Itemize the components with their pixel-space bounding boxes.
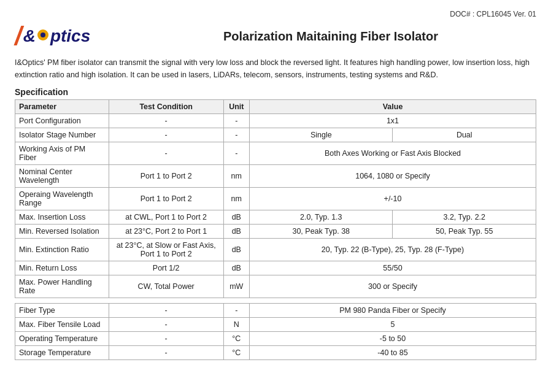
cell-param: Operaing Wavelength Range bbox=[15, 188, 109, 210]
cell-unit: nm bbox=[223, 165, 249, 188]
section-label: Specification bbox=[15, 87, 536, 97]
table-row: Working Axis of PM Fiber--Both Axes Work… bbox=[15, 142, 536, 165]
table-spacer-row bbox=[15, 298, 536, 304]
cell-test: - bbox=[109, 114, 223, 128]
cell-value-single: 30, Peak Typ. 38 bbox=[250, 225, 393, 239]
cell-value: Both Axes Working or Fast Axis Blocked bbox=[250, 142, 536, 165]
cell-test: - bbox=[109, 142, 223, 165]
logo: / & ptics bbox=[15, 23, 125, 49]
header-parameter: Parameter bbox=[15, 100, 109, 114]
cell-param: Operating Temperature bbox=[15, 332, 109, 346]
logo-circle-icon bbox=[37, 29, 48, 40]
cell-unit: dB bbox=[223, 210, 249, 225]
cell-value: -40 to 85 bbox=[250, 346, 536, 360]
cell-test: Port 1/2 bbox=[109, 261, 223, 275]
cell-param: Port Configuration bbox=[15, 114, 109, 128]
cell-unit: - bbox=[223, 128, 249, 142]
cell-test: - bbox=[109, 128, 223, 142]
spec-table: Parameter Test Condition Unit Value Port… bbox=[15, 99, 536, 360]
cell-test: CW, Total Power bbox=[109, 275, 223, 298]
table-row: Min. Reversed Isolationat 23°C, Port 2 t… bbox=[15, 225, 536, 239]
table-row: Min. Extinction Ratioat 23°C, at Slow or… bbox=[15, 239, 536, 261]
cell-unit: - bbox=[223, 142, 249, 165]
cell-value: 20, Typ. 22 (B-Type), 25, Typ. 28 (F-Typ… bbox=[250, 239, 536, 261]
logo-amp: & bbox=[23, 26, 36, 46]
cell-test: - bbox=[109, 332, 223, 346]
cell-param: Max. Insertion Loss bbox=[15, 210, 109, 225]
cell-value-dual: Dual bbox=[393, 128, 536, 142]
cell-unit: dB bbox=[223, 261, 249, 275]
header-area: / & ptics Polarization Maitaining Fiber … bbox=[15, 23, 536, 49]
cell-value: PM 980 Panda Fiber or Specify bbox=[250, 304, 536, 318]
cell-param: Working Axis of PM Fiber bbox=[15, 142, 109, 165]
cell-value: 55/50 bbox=[250, 261, 536, 275]
cell-value: -5 to 50 bbox=[250, 332, 536, 346]
cell-value-single: Single bbox=[250, 128, 393, 142]
cell-value: +/-10 bbox=[250, 188, 536, 210]
cell-unit: dB bbox=[223, 225, 249, 239]
header-value: Value bbox=[250, 100, 536, 114]
cell-unit: nm bbox=[223, 188, 249, 210]
cell-param: Nominal Center Wavelength bbox=[15, 165, 109, 188]
cell-test: at CWL, Port 1 to Port 2 bbox=[109, 210, 223, 225]
table-row: Port Configuration--1x1 bbox=[15, 114, 536, 128]
cell-value-dual: 50, Peak Typ. 55 bbox=[393, 225, 536, 239]
logo-slash: / bbox=[15, 23, 22, 49]
cell-unit: N bbox=[223, 318, 249, 332]
cell-value: 1064, 1080 or Specify bbox=[250, 165, 536, 188]
product-description: I&Optics' PM fiber isolator can transmit… bbox=[15, 56, 536, 81]
cell-param: Min. Reversed Isolation bbox=[15, 225, 109, 239]
cell-unit: °C bbox=[223, 346, 249, 360]
header-test-condition: Test Condition bbox=[109, 100, 223, 114]
table-row: Isolator Stage Number--SingleDual bbox=[15, 128, 536, 142]
page-title: Polarization Maitaining Fiber Isolator bbox=[223, 29, 438, 43]
cell-param: Storage Temperature bbox=[15, 346, 109, 360]
table-row: Min. Return LossPort 1/2dB55/50 bbox=[15, 261, 536, 275]
cell-param: Min. Extinction Ratio bbox=[15, 239, 109, 261]
table-row: Fiber Type--PM 980 Panda Fiber or Specif… bbox=[15, 304, 536, 318]
cell-param: Max. Power Handling Rate bbox=[15, 275, 109, 298]
cell-unit: - bbox=[223, 304, 249, 318]
doc-reference: DOC# : CPL16045 Ver. 01 bbox=[15, 10, 536, 18]
cell-value: 5 bbox=[250, 318, 536, 332]
cell-test: - bbox=[109, 304, 223, 318]
cell-value: 1x1 bbox=[250, 114, 536, 128]
cell-value-single: 2.0, Typ. 1.3 bbox=[250, 210, 393, 225]
cell-test: at 23°C, Port 2 to Port 1 bbox=[109, 225, 223, 239]
table-row: Operaing Wavelength RangePort 1 to Port … bbox=[15, 188, 536, 210]
table-row: Max. Fiber Tensile Load-N5 bbox=[15, 318, 536, 332]
cell-param: Max. Fiber Tensile Load bbox=[15, 318, 109, 332]
table-row: Operating Temperature-°C-5 to 50 bbox=[15, 332, 536, 346]
cell-param: Fiber Type bbox=[15, 304, 109, 318]
cell-param: Isolator Stage Number bbox=[15, 128, 109, 142]
cell-test: Port 1 to Port 2 bbox=[109, 188, 223, 210]
cell-value: 300 or Specify bbox=[250, 275, 536, 298]
cell-value-dual: 3.2, Typ. 2.2 bbox=[393, 210, 536, 225]
logo-ptics: ptics bbox=[50, 26, 90, 46]
title-area: Polarization Maitaining Fiber Isolator bbox=[125, 29, 536, 44]
cell-param: Min. Return Loss bbox=[15, 261, 109, 275]
cell-test: at 23°C, at Slow or Fast Axis,Port 1 to … bbox=[109, 239, 223, 261]
cell-test: - bbox=[109, 346, 223, 360]
cell-unit: - bbox=[223, 114, 249, 128]
cell-test: Port 1 to Port 2 bbox=[109, 165, 223, 188]
cell-unit: °C bbox=[223, 332, 249, 346]
table-row: Storage Temperature-°C-40 to 85 bbox=[15, 346, 536, 360]
table-row: Max. Power Handling RateCW, Total Powerm… bbox=[15, 275, 536, 298]
table-row: Nominal Center WavelengthPort 1 to Port … bbox=[15, 165, 536, 188]
header-unit: Unit bbox=[223, 100, 249, 114]
table-row: Max. Insertion Lossat CWL, Port 1 to Por… bbox=[15, 210, 536, 225]
cell-unit: dB bbox=[223, 239, 249, 261]
cell-test: - bbox=[109, 318, 223, 332]
cell-unit: mW bbox=[223, 275, 249, 298]
